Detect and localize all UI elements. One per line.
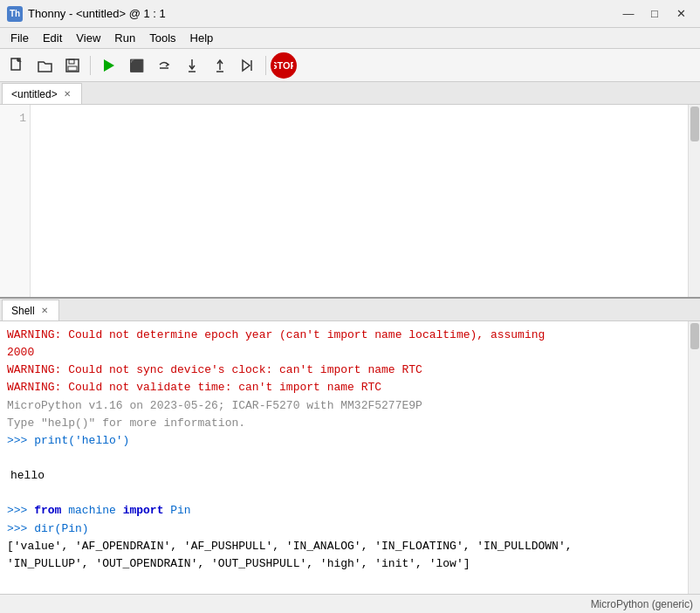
- shell-line-4: WARNING: Could not validate time: can't …: [7, 379, 681, 396]
- run-button[interactable]: [95, 52, 121, 79]
- save-button[interactable]: [59, 52, 86, 79]
- svg-marker-11: [243, 60, 250, 71]
- toolbar-sep-2: [265, 56, 266, 75]
- status-bar: MicroPython (generic): [0, 594, 700, 613]
- debug-button[interactable]: ⬛: [123, 52, 149, 79]
- shell-line-10: [7, 485, 681, 502]
- editor-tab-close[interactable]: ✕: [62, 88, 72, 100]
- shell-content[interactable]: WARNING: Could not determine epoch year …: [0, 321, 688, 594]
- shell-line-11: >>> from machine import Pin: [7, 502, 681, 520]
- title-bar: Th Thonny - <untitled> @ 1 : 1 — □ ✕: [0, 0, 700, 28]
- shell-line-13: ['value', 'AF_OPENDRAIN', 'AF_PUSHPULL',…: [7, 538, 681, 555]
- minimize-button[interactable]: —: [616, 4, 641, 24]
- resume-button[interactable]: [235, 52, 261, 79]
- shell-line-16: >>>: [7, 590, 681, 594]
- editor-scrollbar[interactable]: [688, 105, 700, 297]
- stop-button[interactable]: STOP: [271, 52, 297, 79]
- editor-container: <untitled> ✕ 1: [0, 82, 700, 297]
- editor-textarea[interactable]: [31, 105, 688, 297]
- svg-rect-4: [68, 66, 77, 71]
- app-icon: Th: [7, 6, 23, 22]
- editor-tab-bar: <untitled> ✕: [0, 82, 700, 105]
- title-bar-left: Th Thonny - <untitled> @ 1 : 1: [7, 6, 166, 22]
- title-bar-controls: — □ ✕: [616, 4, 693, 24]
- svg-text:STOP: STOP: [274, 60, 293, 71]
- menu-help[interactable]: Help: [183, 30, 221, 46]
- new-button[interactable]: [3, 52, 30, 79]
- shell-line-9: hello: [7, 467, 681, 485]
- editor-tab-label: <untitled>: [11, 88, 58, 100]
- close-button[interactable]: ✕: [669, 4, 693, 24]
- menu-edit[interactable]: Edit: [36, 30, 69, 46]
- step-over-button[interactable]: [151, 52, 177, 79]
- shell-pane: Shell ✕ WARNING: Could not determine epo…: [0, 297, 700, 594]
- shell-scrollbar[interactable]: [688, 321, 700, 594]
- shell-line-8: [7, 450, 681, 467]
- line-numbers: 1: [0, 105, 31, 297]
- editor-scrollbar-thumb[interactable]: [690, 107, 699, 141]
- open-button[interactable]: [31, 52, 58, 79]
- shell-line-15: [7, 573, 681, 590]
- shell-line-5: MicroPython v1.16 on 2023-05-26; ICAR-F5…: [7, 397, 681, 415]
- editor-tab-untitled[interactable]: <untitled> ✕: [2, 83, 82, 104]
- shell-line-2: 2000: [7, 344, 681, 362]
- status-text: MicroPython (generic): [591, 598, 693, 610]
- menu-tools[interactable]: Tools: [142, 30, 182, 46]
- shell-line-6: Type "help()" for more information.: [7, 415, 681, 432]
- shell-line-12: >>> dir(Pin): [7, 520, 681, 538]
- shell-tab-bar: Shell ✕: [0, 299, 700, 321]
- svg-marker-5: [104, 59, 114, 72]
- shell-tab-label: Shell: [11, 305, 35, 317]
- step-into-button[interactable]: [179, 52, 205, 79]
- toolbar: ⬛ STOP: [0, 49, 700, 82]
- shell-scrollbar-thumb[interactable]: [690, 323, 699, 349]
- step-out-button[interactable]: [207, 52, 233, 79]
- editor-body: 1: [0, 105, 700, 297]
- shell-tab-close[interactable]: ✕: [39, 305, 50, 316]
- menu-run[interactable]: Run: [107, 30, 142, 46]
- maximize-button[interactable]: □: [642, 4, 667, 24]
- menu-bar: File Edit View Run Tools Help: [0, 28, 700, 49]
- shell-line-7: >>> print('hello'): [7, 432, 681, 450]
- shell-body: WARNING: Could not determine epoch year …: [0, 321, 700, 594]
- menu-file[interactable]: File: [3, 30, 36, 46]
- shell-line-3: WARNING: Could not sync device's clock: …: [7, 362, 681, 379]
- title-text: Thonny - <untitled> @ 1 : 1: [28, 7, 166, 20]
- shell-tab[interactable]: Shell ✕: [2, 300, 59, 320]
- shell-line-14: 'IN_PULLUP', 'OUT_OPENDRAIN', 'OUT_PUSHP…: [7, 555, 681, 573]
- toolbar-sep-1: [90, 56, 91, 75]
- menu-view[interactable]: View: [69, 30, 107, 46]
- shell-line-1: WARNING: Could not determine epoch year …: [7, 327, 681, 344]
